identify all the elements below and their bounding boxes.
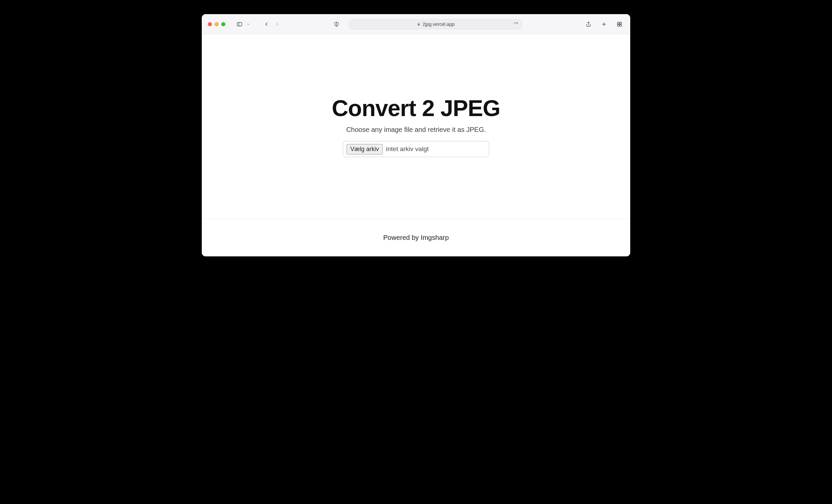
file-input[interactable]: Vælg arkiv intet arkiv valgt <box>343 141 489 157</box>
browser-window: 2jpg.vercel.app <box>202 14 630 256</box>
svg-rect-8 <box>620 24 622 26</box>
new-tab-button[interactable] <box>599 20 609 29</box>
file-input-status: intet arkiv valgt <box>386 145 429 153</box>
browser-toolbar: 2jpg.vercel.app <box>202 14 630 34</box>
chevron-down-icon[interactable] <box>243 20 253 29</box>
back-button[interactable] <box>262 20 271 29</box>
page-content: Convert 2 JPEG Choose any image file and… <box>202 34 630 256</box>
address-bar[interactable]: 2jpg.vercel.app <box>349 19 522 29</box>
svg-rect-6 <box>620 22 622 24</box>
tab-overview-button[interactable] <box>615 20 624 29</box>
svg-rect-0 <box>237 22 242 26</box>
sidebar-toggle-button[interactable] <box>235 20 244 29</box>
page-title: Convert 2 JPEG <box>332 95 500 121</box>
privacy-shield-icon[interactable] <box>332 20 341 29</box>
forward-button[interactable] <box>272 20 282 29</box>
page-subtitle: Choose any image file and retrieve it as… <box>346 126 486 134</box>
page-footer: Powered by Imgsharp <box>202 219 630 256</box>
svg-rect-7 <box>618 24 619 26</box>
lock-icon <box>417 22 421 26</box>
share-button[interactable] <box>584 20 593 29</box>
address-bar-url: 2jpg.vercel.app <box>423 22 455 27</box>
window-close-button[interactable] <box>208 22 212 26</box>
window-controls <box>208 22 225 26</box>
reload-icon[interactable] <box>513 22 518 27</box>
choose-file-label: Vælg arkiv <box>350 146 379 153</box>
window-maximize-button[interactable] <box>221 22 225 26</box>
svg-rect-5 <box>618 22 619 24</box>
footer-text: Powered by Imgsharp <box>383 234 449 242</box>
choose-file-button[interactable]: Vælg arkiv <box>347 144 383 155</box>
window-minimize-button[interactable] <box>214 22 218 26</box>
hero-section: Convert 2 JPEG Choose any image file and… <box>202 34 630 219</box>
